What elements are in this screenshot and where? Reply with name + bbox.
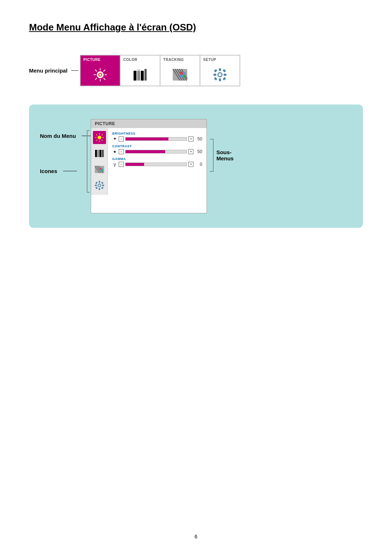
- brightness-fill: [126, 138, 168, 140]
- osd-icon-picture[interactable]: [93, 131, 106, 144]
- page-number: 6: [195, 534, 197, 539]
- svg-point-29: [219, 73, 221, 76]
- svg-rect-48: [97, 150, 99, 157]
- contrast-label: CONTRAST: [112, 144, 202, 148]
- tab-tracking[interactable]: TRACKING: [160, 55, 200, 86]
- svg-rect-57: [101, 169, 103, 171]
- svg-rect-17: [137, 69, 140, 71]
- svg-rect-27: [183, 75, 186, 78]
- svg-rect-31: [219, 78, 221, 81]
- svg-point-11: [99, 74, 101, 76]
- svg-rect-50: [102, 150, 104, 157]
- submenu-gamma: GAMMA γ − + 0: [112, 157, 202, 167]
- svg-line-46: [96, 140, 97, 141]
- contrast-slider[interactable]: [125, 150, 187, 153]
- svg-rect-47: [95, 150, 97, 157]
- tab-color[interactable]: COLOR: [120, 55, 160, 86]
- gamma-slider[interactable]: [125, 163, 187, 166]
- svg-line-8: [103, 70, 105, 71]
- gamma-btn-plus[interactable]: +: [188, 162, 193, 167]
- svg-rect-18: [141, 69, 144, 71]
- svg-line-45: [102, 134, 103, 135]
- svg-rect-56: [99, 168, 101, 169]
- icons-bracket: [87, 130, 90, 193]
- osd-menu-body: BRIGHTNESS ✦ − + 50 CONTR: [91, 128, 207, 195]
- gamma-fill: [126, 163, 144, 166]
- tab-picture[interactable]: PICTURE: [80, 55, 120, 86]
- menu-principal-label: Menu principal: [29, 67, 68, 74]
- tab-tracking-label: TRACKING: [162, 58, 184, 62]
- sous-menus-section: Sous- Menus: [210, 119, 234, 172]
- svg-rect-35: [222, 69, 226, 73]
- brightness-sym-left: ✦: [112, 136, 117, 141]
- svg-rect-30: [219, 68, 221, 71]
- gamma-control: γ − + 0: [112, 161, 202, 167]
- osd-icon-tracking[interactable]: [93, 163, 106, 176]
- brightness-value: 50: [195, 136, 202, 141]
- osd-left-labels: Nom du Menu Icones: [40, 119, 91, 174]
- svg-line-6: [95, 70, 97, 71]
- setup-icon: [211, 66, 229, 83]
- contrast-btn-minus[interactable]: −: [119, 149, 124, 154]
- svg-rect-32: [213, 74, 216, 76]
- contrast-btn-plus[interactable]: +: [188, 149, 193, 154]
- svg-line-44: [102, 140, 103, 141]
- submenu-contrast: CONTRAST ● − + 50: [112, 144, 202, 154]
- brightness-slider[interactable]: [125, 137, 187, 141]
- color-icon: [131, 66, 149, 83]
- gamma-value: 0: [195, 162, 202, 167]
- sous-menus-label-block: Sous- Menus: [216, 149, 234, 161]
- svg-rect-26: [180, 72, 183, 75]
- contrast-fill: [126, 150, 165, 153]
- tracking-icon: [171, 66, 189, 83]
- osd-menu-box: PICTURE: [91, 119, 207, 213]
- svg-point-38: [98, 136, 101, 139]
- svg-rect-36: [214, 77, 217, 81]
- osd-submenus-column: BRIGHTNESS ✦ − + 50 CONTR: [108, 128, 207, 195]
- svg-rect-63: [102, 185, 104, 186]
- sous-menus-label-line1: Sous-: [216, 149, 234, 155]
- brightness-btn-minus[interactable]: −: [119, 136, 124, 141]
- tab-setup[interactable]: SETUP: [200, 55, 240, 86]
- main-menu-section: Menu principal PICTURE: [29, 55, 363, 86]
- svg-rect-34: [214, 69, 217, 73]
- picture-icon: [91, 66, 109, 83]
- menu-principal-connector: [71, 70, 78, 71]
- icones-label: Icones: [40, 168, 57, 174]
- tab-picture-label: PICTURE: [82, 58, 101, 62]
- brightness-btn-plus[interactable]: +: [188, 136, 193, 141]
- brightness-control: ✦ − + 50: [112, 136, 202, 141]
- svg-rect-65: [101, 181, 103, 184]
- contrast-value: 50: [195, 149, 202, 154]
- nom-du-menu-row: Nom du Menu: [40, 133, 91, 139]
- gamma-sym-left: γ: [112, 161, 117, 167]
- osd-panel: Nom du Menu Icones PICTURE: [29, 104, 363, 228]
- submenu-brightness: BRIGHTNESS ✦ − + 50: [112, 132, 202, 141]
- svg-rect-61: [99, 188, 100, 190]
- svg-rect-60: [99, 181, 100, 183]
- contrast-sym-left: ●: [112, 149, 117, 154]
- svg-rect-33: [224, 74, 226, 76]
- svg-line-9: [95, 78, 97, 80]
- sous-menus-bracket: [210, 139, 213, 172]
- icones-connector: [63, 171, 77, 171]
- svg-line-43: [96, 134, 97, 135]
- svg-rect-16: [134, 69, 136, 71]
- tab-color-label: COLOR: [122, 58, 138, 62]
- svg-rect-62: [95, 185, 97, 186]
- tab-setup-label: SETUP: [202, 58, 216, 62]
- sous-menus-label-line2: Menus: [216, 155, 234, 161]
- svg-rect-64: [95, 181, 98, 184]
- icones-row: Icones: [40, 168, 91, 174]
- svg-point-59: [98, 184, 101, 186]
- svg-rect-66: [95, 186, 98, 189]
- osd-icon-color[interactable]: [93, 147, 106, 160]
- svg-rect-67: [101, 186, 103, 189]
- menu-tabs: PICTURE: [80, 55, 240, 86]
- nom-du-menu-label: Nom du Menu: [40, 133, 76, 139]
- gamma-label: GAMMA: [112, 157, 202, 161]
- gamma-btn-minus[interactable]: −: [119, 162, 124, 167]
- osd-icon-setup[interactable]: [93, 179, 106, 192]
- svg-line-7: [103, 78, 105, 80]
- svg-rect-49: [99, 150, 101, 157]
